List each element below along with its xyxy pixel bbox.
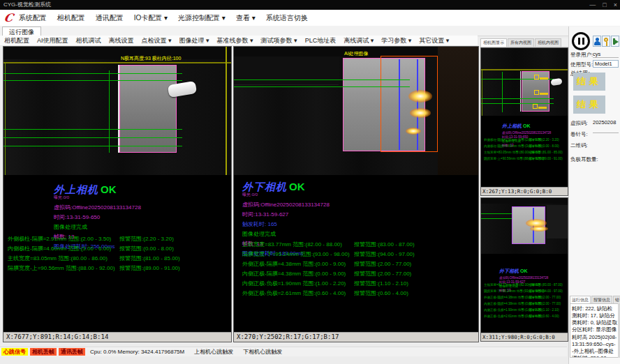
- measure-value: 外侧极柱-隔膜=2.91mm 范围:(2.00 - 3.50): [8, 236, 111, 242]
- logout-icon: [615, 40, 619, 44]
- alarm-range: 报警范围:(83.00 - 87.00): [354, 241, 415, 248]
- measure-value: 外侧正极-负极=2.61mm 范围:(0.60 - 4.00): [242, 290, 346, 296]
- baseline-olive: [481, 69, 568, 70]
- user-login-button[interactable]: [593, 36, 601, 47]
- measure-value: 隔膜宽度-下=95.24mm 范围:(93.00 - 98.00): [242, 251, 350, 257]
- weld-spark: [408, 90, 432, 103]
- mini-view-tab[interactable]: 相机图显示: [480, 38, 507, 47]
- lower-camera-image[interactable]: AI处理图像: [234, 47, 478, 175]
- mini-upper-pixel-readout: X:267;Y:13;R:0;G:0;B:0: [481, 187, 568, 195]
- run-log-text[interactable]: 耗时: 222, 缺陷检测耗时: 17, 缺陷分类耗时: 0, 缺陷提取分区耗时…: [570, 303, 619, 358]
- toolbar-item[interactable]: 点检设置 ▾: [142, 36, 172, 45]
- log-tab[interactable]: 错误信息: [613, 296, 620, 303]
- toolbar-item[interactable]: PLC地址表: [305, 36, 337, 45]
- measure-row: 隔膜宽度-下=95.24mm 范围:(93.00 - 98.00)报警范围:(9…: [242, 250, 477, 260]
- measure-row: 外侧正极-负极=2.61mm 范围:(0.60 - 4.00)报警范围:(0.6…: [242, 289, 477, 299]
- mini-view-tab[interactable]: 相机内视图: [535, 38, 561, 47]
- ai-detect-box: [381, 56, 438, 152]
- measure-line: [481, 103, 554, 104]
- log-tab[interactable]: 运行信息: [570, 296, 591, 303]
- measure-row: 隔膜宽度-上=90.56mm 范围:(88.00 - 92.00)报警范围:(8…: [8, 264, 230, 274]
- tab-run-image[interactable]: 运行图像: [2, 26, 41, 36]
- measure-row: 主线宽度=83.77mm 范围:(82.00 - 88.00)报警范围:(83.…: [242, 241, 477, 250]
- model-label: 使用型号:: [570, 61, 593, 68]
- mini-upper-image[interactable]: [481, 48, 568, 116]
- toolbar-item[interactable]: 其它设置 ▾: [419, 36, 449, 45]
- alarm-range: 报警范围:(2.20 - 3.20): [119, 235, 174, 243]
- measure-vline: [109, 70, 110, 153]
- menu-item[interactable]: 光源控制配置 ▾: [178, 13, 226, 23]
- close-icon[interactable]: ×: [614, 0, 617, 10]
- mini-view-tab[interactable]: 所有内视图: [508, 38, 534, 47]
- alarm-range: 报警范围:(89.00 - 91.00): [529, 157, 563, 160]
- marker-label: [540, 77, 548, 79]
- lower-pixel-readout: X:270;Y:2502;R:17;G:17;B:17: [234, 332, 478, 342]
- toolbar-item[interactable]: 学习参数 ▾: [381, 36, 411, 45]
- upper-pixel-readout: X:7677;Y:891;R:14;G:14;B:14: [3, 332, 231, 342]
- measure-value: 内侧正极-隔膜=4.38mm 范围:(0.00 - 9.00): [242, 271, 346, 277]
- upper-camera-image[interactable]: N极耳高度:93 极柱内径:100: [3, 47, 231, 175]
- title-bar: CYG-视觉检测系统 — □ ×: [0, 0, 620, 10]
- model-value[interactable]: Model1: [593, 60, 619, 68]
- measure-line: [3, 146, 182, 146]
- measure-value: 外侧正极-隔膜=4.38mm 范围:(0.00 - 9.00): [242, 261, 346, 267]
- measure-line: [3, 129, 182, 130]
- baseline-olive: [3, 62, 231, 63]
- menu-item[interactable]: 系统配置: [19, 13, 47, 23]
- alarm-range: 报警范围:(2.00 - 77.00): [529, 296, 561, 299]
- login-user-value[interactable]: cys: [593, 51, 619, 58]
- window-controls: — □ ×: [589, 0, 617, 10]
- status-ok: OK: [520, 268, 528, 273]
- minimize-icon[interactable]: —: [589, 0, 596, 10]
- menu-items: 系统配置相机配置通讯配置IO卡配置 ▾光源控制配置 ▾查看 ▾系统语言切换: [19, 13, 318, 23]
- status-badges: 心跳信号相机丢帧通讯丢帧: [1, 348, 87, 356]
- marker-label: [540, 93, 548, 95]
- measure-value: 内侧极柱-隔膜=4.60mm 范围:(3.00 - 6.00): [8, 245, 111, 252]
- toolbar-item[interactable]: AI使用配置: [37, 36, 68, 45]
- toolbar-item[interactable]: 图像处理 ▾: [179, 36, 209, 45]
- yellow-guide-line: [226, 47, 227, 175]
- toolbar-item[interactable]: 相机调试: [76, 36, 101, 45]
- key-icon: [606, 42, 607, 46]
- menu-item[interactable]: 相机配置: [57, 13, 85, 23]
- mini-lower-view[interactable]: 外下相机OK 虚拟码:Offline20250208133134728 时间:1…: [480, 197, 568, 342]
- mini-lower-image[interactable]: [481, 198, 568, 254]
- edge-guide-line: [482, 69, 482, 116]
- measure-row: 隔膜宽度-下=95.24mm 范围:(93.00 - 98.00)报警范围:(9…: [484, 289, 567, 296]
- toolbar: 相机配置AI使用配置相机调试离线设置点检设置 ▾图像处理 ▾基准线参数 ▾测试项…: [0, 36, 478, 46]
- alarm-range: 报警范围:(2.00 - 77.00): [529, 302, 561, 305]
- mini-upper-view[interactable]: 外上相机OK 虚拟码:Offline20250208133134728 时间:1…: [480, 47, 568, 196]
- machine-block: [234, 56, 339, 85]
- result-indicators: 结果结果: [573, 73, 605, 114]
- status-ok: OK: [101, 183, 117, 195]
- measure-value: 主线宽度=83.05mm 范围:(80.00 - 86.00): [8, 255, 108, 261]
- toolbar-item[interactable]: 相机配置: [4, 36, 29, 45]
- menu-bar: C 系统配置相机配置通讯配置IO卡配置 ▾光源控制配置 ▾查看 ▾系统语言切换: [0, 10, 620, 26]
- menu-item[interactable]: 查看 ▾: [236, 13, 256, 23]
- object-edge-highlight: [520, 71, 521, 112]
- menu-item[interactable]: IO卡配置 ▾: [134, 13, 168, 23]
- toolbar-item[interactable]: 测试项参数 ▾: [261, 36, 297, 45]
- machine-strip: [3, 47, 231, 59]
- logout-button[interactable]: [611, 36, 619, 47]
- lower-camera-panel[interactable]: AI处理图像 外下相机OK 曝光:0/0 虚拟码:Offline20250208…: [233, 46, 479, 342]
- upper-camera-panel[interactable]: N极耳高度:93 极柱内径:100 外上相机OK 曝光:0/0 虚拟码:Offl…: [3, 46, 232, 342]
- marker-label: [538, 107, 547, 109]
- needle-value-field[interactable]: [593, 127, 619, 133]
- menu-item[interactable]: 系统语言切换: [266, 13, 308, 23]
- status-badge: 通讯丢帧: [59, 348, 85, 356]
- camera-name: 外上相机: [54, 183, 98, 195]
- menu-item[interactable]: 通讯配置: [96, 13, 124, 23]
- app-window: CYG-视觉检测系统 — □ × C 系统配置相机配置通讯配置IO卡配置 ▾光源…: [0, 0, 620, 364]
- log-tab[interactable]: 报警信息: [591, 296, 612, 303]
- pause-button[interactable]: [572, 32, 590, 50]
- toolbar-item[interactable]: 基准线参数 ▾: [217, 36, 253, 45]
- lower-camera-heartbeat: 下相机心跳触发: [243, 348, 282, 356]
- maximize-icon[interactable]: □: [603, 0, 606, 10]
- cell-object-outline: [119, 65, 177, 153]
- window-title: CYG-视觉检测系统: [3, 0, 51, 10]
- toolbar-item[interactable]: 离线设置: [109, 36, 134, 45]
- measure-row: 主线宽度=83.77mm 范围:(82.00 - 88.00)报警范围:(83.…: [484, 283, 567, 289]
- permission-key-button[interactable]: [602, 36, 610, 47]
- toolbar-item[interactable]: 离线调试 ▾: [344, 36, 374, 45]
